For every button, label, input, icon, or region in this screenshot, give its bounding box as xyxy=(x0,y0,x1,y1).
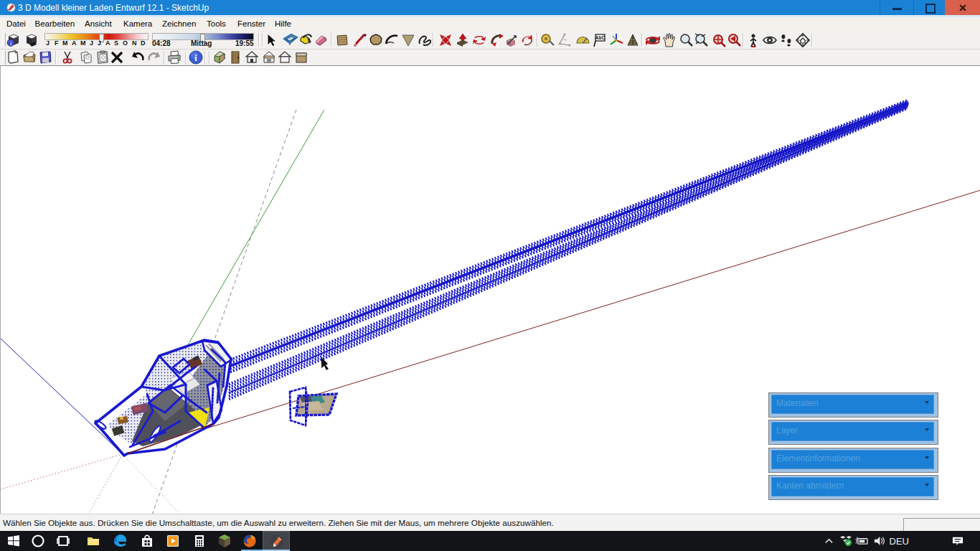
svg-text:AbC: AbC xyxy=(595,35,606,40)
